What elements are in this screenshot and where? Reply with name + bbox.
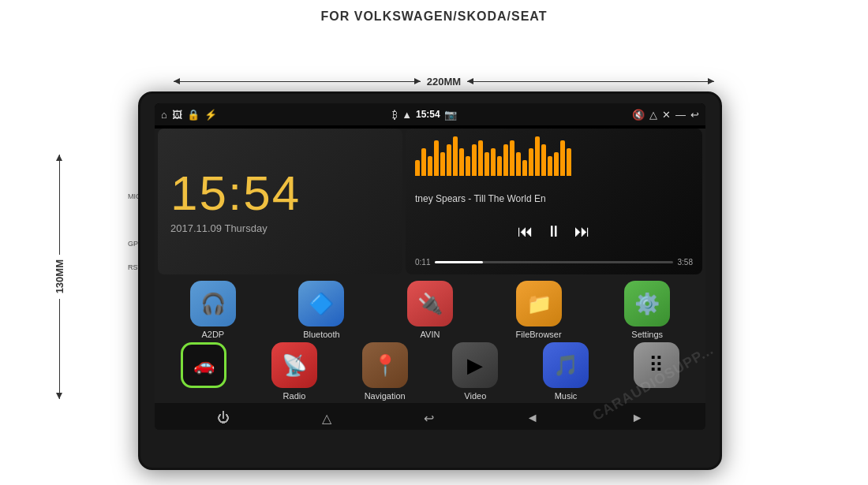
music-bar <box>548 156 552 176</box>
video-label: Video <box>464 391 486 401</box>
status-time: 15:54 <box>416 109 440 120</box>
clock-date: 2017.11.09 Thursday <box>170 222 390 234</box>
video-icon: ▶ <box>452 342 498 388</box>
progress-bar <box>435 261 672 263</box>
app-icon-music[interactable]: 🎵Music <box>523 342 609 401</box>
settings-label: Settings <box>631 330 663 339</box>
status-bar: ⌂ 🖼 🔒 ⚡ ₿ ▲ 15:54 📷 🔇 △ ✕ — ↩ <box>155 103 705 125</box>
bottom-nav: ⏻ △ ↩ ◄ ► <box>155 403 705 430</box>
music-bar <box>447 144 451 176</box>
camera-icon: 📷 <box>444 109 457 121</box>
status-bar-left: ⌂ 🖼 🔒 ⚡ <box>161 109 217 121</box>
music-bar <box>415 160 420 176</box>
music-bar <box>472 144 477 176</box>
minimize-icon: — <box>675 109 686 121</box>
radio-icon: 📡 <box>271 342 317 388</box>
music-bar <box>428 156 432 176</box>
music-bar <box>459 148 464 176</box>
clock-widget: 15:54 2017.11.09 Thursday <box>158 129 402 274</box>
app-icon-filebrowser[interactable]: 📁FileBrowser <box>487 281 591 339</box>
usb-icon: ⚡ <box>204 109 217 121</box>
music-controls[interactable]: ⏮ ⏸ ⏭ <box>415 222 693 241</box>
app-grid-row2: 🚗📡Radio📍Navigation▶Video🎵Music⠿ <box>155 342 705 404</box>
car-icon: 🚗 <box>181 342 226 388</box>
music-bar <box>541 144 546 176</box>
music-bar <box>434 140 439 176</box>
outer-container: 220MM 130MM MIC GPS RST ⌂ 🖼 🔒 ⚡ ₿ ▲ <box>0 28 868 485</box>
volume-icon: 🔇 <box>632 109 645 121</box>
progress-fill <box>435 261 482 263</box>
bluetooth-icon: 🔷 <box>298 281 344 326</box>
music-bar <box>440 152 445 176</box>
width-dimension: 220MM <box>174 76 714 88</box>
vol-down-button[interactable]: ◄ <box>526 411 539 425</box>
status-bar-right: 🔇 △ ✕ — ↩ <box>632 109 699 121</box>
music-bar <box>453 136 458 176</box>
home-button[interactable]: △ <box>322 411 331 426</box>
app-icon-settings[interactable]: ⚙️Settings <box>595 281 699 339</box>
app-grid-row1: 🎧A2DP🔷Bluetooth🔌AVIN📁FileBrowser⚙️Settin… <box>155 274 705 342</box>
prev-button[interactable]: ⏮ <box>518 222 533 241</box>
image-icon: 🖼 <box>172 109 182 121</box>
app-icon-bluetooth[interactable]: 🔷Bluetooth <box>270 281 374 339</box>
music-bar <box>478 140 483 176</box>
power-button[interactable]: ⏻ <box>217 411 230 425</box>
device-screen: ⌂ 🖼 🔒 ⚡ ₿ ▲ 15:54 📷 🔇 △ ✕ — ↩ <box>155 103 705 430</box>
app-icon-a2dp[interactable]: 🎧A2DP <box>161 281 265 339</box>
app-icon-more[interactable]: ⠿ <box>613 342 699 401</box>
music-bar <box>510 140 514 176</box>
music-bar <box>554 152 559 176</box>
clock-time: 15:54 <box>170 169 390 218</box>
app-icon-video[interactable]: ▶Video <box>432 342 518 401</box>
bluetooth-status-icon: ₿ <box>392 109 398 121</box>
music-bar <box>522 160 527 176</box>
music-bar <box>497 156 502 176</box>
music-widget: tney Spears - Till The World En ⏮ ⏸ ⏭ 0:… <box>406 129 702 274</box>
height-dimension: 130MM <box>54 155 65 399</box>
close-icon: ✕ <box>662 109 671 121</box>
settings-icon: ⚙️ <box>624 281 670 326</box>
device-unit: ⌂ 🖼 🔒 ⚡ ₿ ▲ 15:54 📷 🔇 △ ✕ — ↩ <box>138 91 722 470</box>
music-bar <box>466 156 470 176</box>
more-icon: ⠿ <box>634 342 679 388</box>
music-bar <box>560 140 565 176</box>
time-elapsed: 0:11 <box>415 258 430 267</box>
music-bar <box>491 148 496 176</box>
back-icon: ↩ <box>690 109 699 121</box>
music-bar <box>529 148 533 176</box>
next-button[interactable]: ⏭ <box>574 222 590 241</box>
app-icon-car[interactable]: 🚗 <box>161 342 247 401</box>
music-bar <box>516 152 521 176</box>
a2dp-icon: 🎧 <box>190 281 236 326</box>
back-nav-button[interactable]: ↩ <box>424 411 434 426</box>
vol-up-button[interactable]: ► <box>631 411 644 425</box>
app-icon-navigation[interactable]: 📍Navigation <box>342 342 428 401</box>
a2dp-label: A2DP <box>201 330 224 339</box>
music-bar <box>535 136 540 176</box>
lock-icon: 🔒 <box>187 109 200 121</box>
radio-label: Radio <box>283 391 306 401</box>
music-label: Music <box>555 391 578 401</box>
navigation-label: Navigation <box>365 391 406 401</box>
wifi-icon: ▲ <box>402 109 412 121</box>
app-icon-avin[interactable]: 🔌AVIN <box>378 281 482 339</box>
music-bar <box>485 152 489 176</box>
avin-label: AVIN <box>421 330 440 339</box>
filebrowser-icon: 📁 <box>516 281 562 326</box>
home-icon: ⌂ <box>161 109 167 121</box>
music-bar <box>421 148 426 176</box>
screen-content: 15:54 2017.11.09 Thursday tney Spears - … <box>155 129 705 430</box>
music-progress: 0:11 3:58 <box>415 258 693 267</box>
music-title: tney Spears - Till The World En <box>415 193 693 204</box>
app-icon-radio[interactable]: 📡Radio <box>252 342 338 401</box>
avin-icon: 🔌 <box>407 281 453 326</box>
bluetooth-label: Bluetooth <box>303 330 339 339</box>
music-bar <box>567 148 571 176</box>
music-equalizer <box>415 136 693 176</box>
time-total: 3:58 <box>678 258 693 267</box>
navigation-icon: 📍 <box>362 342 408 388</box>
filebrowser-label: FileBrowser <box>516 330 562 339</box>
page-title: FOR VOLKSWAGEN/SKODA/SEAT <box>0 0 868 24</box>
status-bar-center: ₿ ▲ 15:54 📷 <box>392 109 457 121</box>
play-button[interactable]: ⏸ <box>546 222 562 241</box>
